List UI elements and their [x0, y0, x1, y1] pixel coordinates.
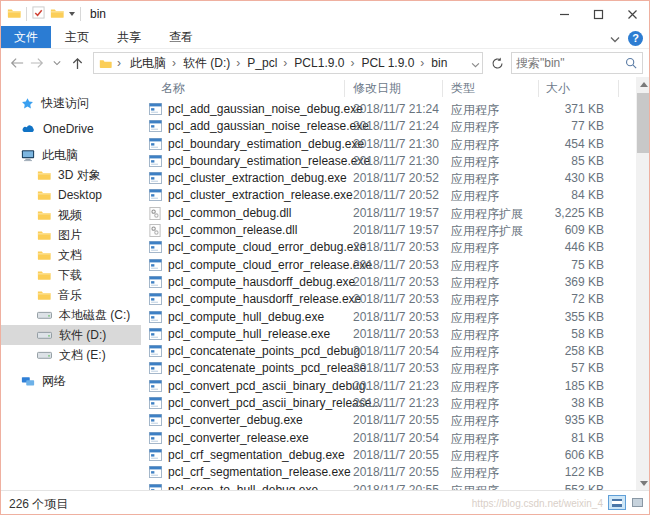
- folder-icon: [37, 249, 51, 261]
- ribbon-tab-file[interactable]: 文件: [1, 26, 51, 48]
- sidebar-item-drive-d[interactable]: 软件 (D:): [1, 325, 141, 345]
- sidebar-item-music[interactable]: 音乐: [1, 285, 141, 305]
- file-name: pcl_add_gaussian_noise_release.exe: [168, 119, 369, 133]
- breadcrumb-item[interactable]: PCL 1.9.0: [347, 54, 417, 72]
- search-icon[interactable]: [620, 57, 642, 69]
- column-header-date[interactable]: 修改日期: [353, 80, 401, 97]
- address-dropdown-icon[interactable]: [471, 54, 480, 72]
- address-box[interactable]: › 此电脑软件 (D:)P_pclPCL1.9.0PCL 1.9.0bin: [93, 52, 483, 74]
- file-date: 2018/11/7 20:53: [353, 258, 439, 272]
- forward-button[interactable]: [27, 52, 47, 74]
- sidebar-item-pictures[interactable]: 图片: [1, 225, 141, 245]
- file-row[interactable]: pcl_compute_hull_debug.exe2018/11/7 20:5…: [141, 309, 636, 326]
- details-view-icon[interactable]: [608, 495, 626, 510]
- expand-ribbon-icon[interactable]: [610, 29, 620, 47]
- breadcrumb-item[interactable]: P_pcl: [233, 54, 280, 72]
- breadcrumb-item[interactable]: PCL1.9.0: [280, 54, 347, 72]
- file-row[interactable]: pcl_compute_hull_release.exe2018/11/7 20…: [141, 326, 636, 343]
- file-size: 38 KB: [509, 396, 604, 410]
- file-row[interactable]: pcl_add_gaussian_noise_debug.exe2018/11/…: [141, 101, 636, 118]
- file-name: pcl_convert_pcd_ascii_binary_debug.: [168, 379, 369, 393]
- sidebar-item-3d-objects[interactable]: 3D 对象: [1, 165, 141, 185]
- recent-locations-icon[interactable]: [47, 52, 67, 74]
- file-row[interactable]: pcl_crf_segmentation_debug.exe2018/11/7 …: [141, 447, 636, 464]
- sidebar-item-onedrive[interactable]: OneDrive: [1, 119, 141, 139]
- column-header-type[interactable]: 类型: [451, 80, 475, 97]
- file-row[interactable]: pcl_cluster_extraction_release.exe2018/1…: [141, 187, 636, 204]
- new-folder-icon[interactable]: [50, 5, 64, 23]
- minimize-button[interactable]: [547, 1, 581, 27]
- breadcrumb-item[interactable]: 此电脑: [127, 53, 169, 74]
- sidebar-item-this-pc[interactable]: 此电脑: [1, 145, 141, 165]
- refresh-icon[interactable]: [487, 52, 507, 74]
- ribbon-tab-view[interactable]: 查看: [155, 26, 207, 48]
- file-row[interactable]: pcl_crf_segmentation_release.exe2018/11/…: [141, 464, 636, 481]
- scroll-up-icon[interactable]: [636, 77, 650, 92]
- file-row[interactable]: pcl_add_gaussian_noise_release.exe2018/1…: [141, 118, 636, 135]
- file-row[interactable]: pcl_compute_cloud_error_release.exe2018/…: [141, 257, 636, 274]
- close-button[interactable]: [615, 1, 649, 27]
- back-button[interactable]: [7, 52, 27, 74]
- scrollbar-thumb[interactable]: [637, 93, 650, 153]
- column-header-size[interactable]: 大小: [546, 80, 570, 97]
- qat-dropdown-icon[interactable]: [69, 12, 75, 16]
- file-row[interactable]: pcl_compute_hausdorff_debug.exe2018/11/7…: [141, 274, 636, 291]
- file-row[interactable]: pcl_boundary_estimation_release.exe2018/…: [141, 153, 636, 170]
- search-input[interactable]: [512, 56, 620, 70]
- drive-icon: [37, 330, 52, 340]
- window-controls: [547, 1, 649, 27]
- ribbon-tab-share[interactable]: 共享: [103, 26, 155, 48]
- help-icon[interactable]: ?: [628, 31, 643, 46]
- scroll-down-icon[interactable]: [636, 476, 650, 491]
- sidebar-item-documents[interactable]: 文档: [1, 245, 141, 265]
- sidebar-item-drive-c[interactable]: 本地磁盘 (C:): [1, 305, 141, 325]
- file-row[interactable]: pcl_convert_pcd_ascii_binary_debug.2018/…: [141, 378, 636, 395]
- breadcrumb-item[interactable]: 软件 (D:): [169, 53, 233, 74]
- properties-check-icon[interactable]: [32, 5, 45, 23]
- column-divider[interactable]: [344, 80, 345, 97]
- sidebar-item-drive-e[interactable]: 文档 (E:): [1, 345, 141, 365]
- file-date: 2018/11/7 20:53: [353, 275, 439, 289]
- address-folder-icon: [99, 58, 112, 69]
- sidebar-item-label: 音乐: [58, 287, 82, 304]
- exe-file-icon: [149, 241, 162, 256]
- file-row[interactable]: pcl_common_release.dll2018/11/7 19:57应用程…: [141, 222, 636, 239]
- breadcrumb-item[interactable]: bin: [417, 54, 450, 72]
- sidebar-item-downloads[interactable]: 下载: [1, 265, 141, 285]
- file-row[interactable]: pcl_converter_debug.exe2018/11/7 20:55应用…: [141, 412, 636, 429]
- up-button[interactable]: [67, 52, 87, 74]
- file-row[interactable]: pcl_concatenate_points_pcd_release.2018/…: [141, 360, 636, 377]
- file-name: pcl_cluster_extraction_debug.exe: [168, 171, 347, 185]
- maximize-button[interactable]: [581, 1, 615, 27]
- large-icons-view-icon[interactable]: [628, 495, 646, 510]
- file-date: 2018/11/7 21:23: [353, 396, 439, 410]
- sidebar-item-desktop[interactable]: Desktop: [1, 185, 141, 205]
- column-divider[interactable]: [442, 80, 443, 97]
- column-header-name[interactable]: 名称: [161, 80, 185, 97]
- file-date: 2018/11/7 20:55: [353, 448, 439, 462]
- sidebar-item-quick-access[interactable]: 快速访问: [1, 93, 141, 113]
- dll-file-icon: [149, 224, 161, 240]
- file-name: pcl_compute_hausdorff_release.exe: [168, 292, 361, 306]
- file-row[interactable]: pcl_boundary_estimation_debug.exe2018/11…: [141, 136, 636, 153]
- sidebar-item-label: 下载: [58, 267, 82, 284]
- file-row[interactable]: pcl_compute_cloud_error_debug.exe2018/11…: [141, 239, 636, 256]
- file-row[interactable]: pcl_converter_release.exe2018/11/7 20:54…: [141, 430, 636, 447]
- file-type: 应用程序: [451, 275, 499, 292]
- file-row[interactable]: pcl_concatenate_points_pcd_debug.2018/11…: [141, 343, 636, 360]
- vertical-scrollbar[interactable]: [636, 77, 650, 491]
- quick-access-toolbar: bin: [1, 5, 106, 23]
- file-row[interactable]: pcl_compute_hausdorff_release.exe2018/11…: [141, 291, 636, 308]
- ribbon-tab-home[interactable]: 主页: [51, 26, 103, 48]
- sidebar-item-videos[interactable]: 视频: [1, 205, 141, 225]
- file-date: 2018/11/7 20:55: [353, 465, 439, 479]
- status-bar: 226 个项目 https://blog.csdn.net/weixin_4: [1, 490, 649, 514]
- sidebar-item-network[interactable]: 网络: [1, 371, 141, 391]
- column-divider[interactable]: [618, 80, 619, 97]
- column-divider[interactable]: [538, 80, 539, 97]
- file-row[interactable]: pcl_common_debug.dll2018/11/7 19:57应用程序扩…: [141, 205, 636, 222]
- file-row[interactable]: pcl_convert_pcd_ascii_binary_release...2…: [141, 395, 636, 412]
- cloud-icon: [21, 124, 36, 134]
- file-row[interactable]: pcl_cluster_extraction_debug.exe2018/11/…: [141, 170, 636, 187]
- file-size: 446 KB: [509, 240, 604, 254]
